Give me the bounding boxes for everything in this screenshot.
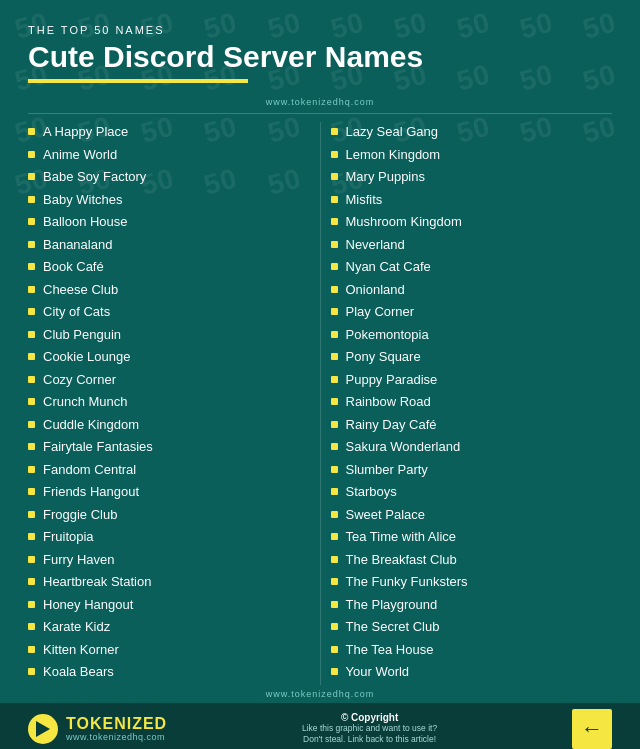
- list-item: The Tea House: [331, 640, 613, 660]
- bullet-icon: [331, 488, 338, 495]
- item-text: Nyan Cat Cafe: [346, 257, 431, 277]
- item-text: Babe Soy Factory: [43, 167, 146, 187]
- bullet-icon: [331, 556, 338, 563]
- footer-left: TOKENIZED www.tokenizedhq.com: [28, 714, 167, 744]
- bullet-icon: [331, 173, 338, 180]
- item-text: Puppy Paradise: [346, 370, 438, 390]
- list-item: Pokemontopia: [331, 325, 613, 345]
- item-text: Anime World: [43, 145, 117, 165]
- list-item: Fandom Central: [28, 460, 310, 480]
- item-text: Pokemontopia: [346, 325, 429, 345]
- item-text: Cuddle Kingdom: [43, 415, 139, 435]
- bullet-icon: [28, 646, 35, 653]
- item-text: Froggie Club: [43, 505, 117, 525]
- list-item: Lemon Kingdom: [331, 145, 613, 165]
- bullet-icon: [28, 398, 35, 405]
- item-text: Lemon Kingdom: [346, 145, 441, 165]
- list-item: The Secret Club: [331, 617, 613, 637]
- bullet-icon: [28, 623, 35, 630]
- list-item: Cookie Lounge: [28, 347, 310, 367]
- bullet-icon: [28, 151, 35, 158]
- footer-center: © Copyright Like this graphic and want t…: [167, 712, 572, 745]
- bullet-icon: [331, 286, 338, 293]
- list-item: Balloon House: [28, 212, 310, 232]
- top-divider: [28, 113, 612, 114]
- list-item: Mushroom Kingdom: [331, 212, 613, 232]
- brand-name: TOKENIZED: [66, 716, 167, 732]
- bullet-icon: [331, 218, 338, 225]
- list-item: Club Penguin: [28, 325, 310, 345]
- item-text: Kitten Korner: [43, 640, 119, 660]
- item-text: A Happy Place: [43, 122, 128, 142]
- item-text: Your World: [346, 662, 410, 682]
- item-text: The Breakfast Club: [346, 550, 457, 570]
- item-text: Rainy Day Café: [346, 415, 437, 435]
- bullet-icon: [28, 218, 35, 225]
- item-text: Play Corner: [346, 302, 415, 322]
- bullet-icon: [28, 331, 35, 338]
- bullet-icon: [331, 578, 338, 585]
- bullet-icon: [28, 511, 35, 518]
- list-item: Fairytale Fantasies: [28, 437, 310, 457]
- bullet-icon: [28, 556, 35, 563]
- list-item: Your World: [331, 662, 613, 682]
- item-text: Crunch Munch: [43, 392, 128, 412]
- list-item: Babe Soy Factory: [28, 167, 310, 187]
- bullet-icon: [28, 263, 35, 270]
- item-text: Cheese Club: [43, 280, 118, 300]
- columns: A Happy Place Anime World Babe Soy Facto…: [28, 122, 612, 685]
- list-item: Furry Haven: [28, 550, 310, 570]
- bullet-icon: [331, 151, 338, 158]
- bullet-icon: [28, 173, 35, 180]
- item-text: Sweet Palace: [346, 505, 426, 525]
- item-text: Rainbow Road: [346, 392, 431, 412]
- list-item: Lazy Seal Gang: [331, 122, 613, 142]
- item-text: Mushroom Kingdom: [346, 212, 462, 232]
- bullet-icon: [28, 466, 35, 473]
- list-item: Friends Hangout: [28, 482, 310, 502]
- item-text: Lazy Seal Gang: [346, 122, 439, 142]
- bullet-icon: [331, 646, 338, 653]
- list-item: Cozy Corner: [28, 370, 310, 390]
- list-item: Sakura Wonderland: [331, 437, 613, 457]
- bullet-icon: [28, 488, 35, 495]
- bullet-icon: [28, 128, 35, 135]
- item-text: Neverland: [346, 235, 405, 255]
- list-item: The Funky Funksters: [331, 572, 613, 592]
- list-item: Cheese Club: [28, 280, 310, 300]
- bullet-icon: [28, 533, 35, 540]
- bullet-icon: [331, 623, 338, 630]
- list-item: Karate Kidz: [28, 617, 310, 637]
- item-text: Cozy Corner: [43, 370, 116, 390]
- list-item: Tea Time with Alice: [331, 527, 613, 547]
- bullet-icon: [331, 533, 338, 540]
- title-underline: [28, 79, 248, 83]
- logo-play-icon: [36, 721, 50, 737]
- bullet-icon: [331, 308, 338, 315]
- arrow-box[interactable]: ←: [572, 709, 612, 749]
- bullet-icon: [331, 241, 338, 248]
- main-title: Cute Discord Server Names: [28, 40, 612, 73]
- item-text: Koala Bears: [43, 662, 114, 682]
- list-item: Neverland: [331, 235, 613, 255]
- item-text: Book Café: [43, 257, 104, 277]
- bullet-icon: [331, 668, 338, 675]
- list-item: Honey Hangout: [28, 595, 310, 615]
- list-item: Starboys: [331, 482, 613, 502]
- header: THE TOP 50 NAMES Cute Discord Server Nam…: [28, 24, 612, 89]
- list-item: Koala Bears: [28, 662, 310, 682]
- list-item: Crunch Munch: [28, 392, 310, 412]
- item-text: Heartbreak Station: [43, 572, 151, 592]
- bullet-icon: [28, 421, 35, 428]
- footer: TOKENIZED www.tokenizedhq.com © Copyrigh…: [0, 703, 640, 750]
- logo-text-block: TOKENIZED www.tokenizedhq.com: [66, 716, 167, 742]
- url-bottom: www.tokenizedhq.com: [28, 689, 612, 699]
- bullet-icon: [28, 286, 35, 293]
- bullet-icon: [28, 578, 35, 585]
- item-text: City of Cats: [43, 302, 110, 322]
- item-text: Pony Square: [346, 347, 421, 367]
- logo-icon: [28, 714, 58, 744]
- item-text: Fairytale Fantasies: [43, 437, 153, 457]
- item-text: The Tea House: [346, 640, 434, 660]
- top-label: THE TOP 50 NAMES: [28, 24, 612, 36]
